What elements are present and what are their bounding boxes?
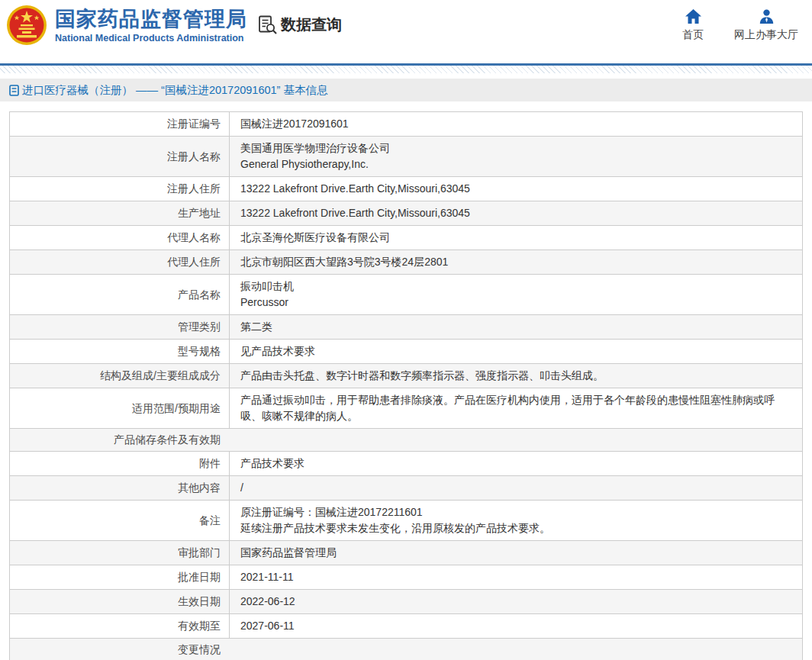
site-header: 国家药品监督管理局 National Medical Products Admi… bbox=[0, 0, 812, 63]
row-label: 变更情况 bbox=[10, 639, 230, 660]
row-label: 有效期至 bbox=[10, 614, 230, 638]
row-label: 适用范围/预期用途 bbox=[10, 388, 230, 428]
row-value-line: / bbox=[240, 480, 790, 496]
table-row: 有效期至2027-06-11 bbox=[10, 614, 802, 639]
nav-service-hall[interactable]: 网上办事大厅 bbox=[734, 9, 798, 42]
row-value: 2027-06-11 bbox=[230, 614, 802, 638]
row-label: 生产地址 bbox=[10, 201, 230, 225]
row-label: 代理人名称 bbox=[10, 226, 230, 250]
row-label-text: 注册人住所 bbox=[167, 181, 221, 197]
row-label-text: 生效日期 bbox=[178, 594, 221, 610]
registration-table: 注册证编号国械注进20172091601注册人名称美国通用医学物理治疗设备公司G… bbox=[9, 111, 803, 660]
row-value-line: 延续注册产品技术要求未发生变化，沿用原核发的产品技术要求。 bbox=[240, 520, 790, 536]
row-label: 审批部门 bbox=[10, 541, 230, 565]
row-label-text: 其他内容 bbox=[178, 480, 221, 496]
row-value: 2021-11-11 bbox=[230, 565, 802, 589]
row-value bbox=[230, 639, 802, 660]
nav-home-label: 首页 bbox=[682, 28, 704, 42]
row-label: 注册证编号 bbox=[10, 112, 230, 136]
row-label: 注册人住所 bbox=[10, 177, 230, 201]
row-label-text: 备注 bbox=[199, 513, 221, 529]
breadcrumb-text: 进口医疗器械（注册） —— “国械注进20172091601” 基本信息 bbox=[22, 83, 327, 98]
row-value-line: 13222 Lakefront Drive.Earth City,Missour… bbox=[240, 181, 790, 197]
table-row: 适用范围/预期用途产品通过振动叩击，用于帮助患者排除痰液。产品在医疗机构内使用，… bbox=[10, 388, 802, 429]
row-value: 见产品技术要求 bbox=[230, 340, 802, 363]
row-value-line: 振动叩击机 bbox=[240, 278, 790, 295]
table-row: 产品储存条件及有效期 bbox=[10, 429, 802, 452]
home-icon bbox=[685, 9, 701, 24]
row-label-text: 注册证编号 bbox=[167, 116, 221, 132]
row-label: 其他内容 bbox=[10, 476, 230, 500]
data-query-section[interactable]: 数据查询 bbox=[257, 14, 342, 35]
brand-logo-link[interactable]: 国家药品监督管理局 National Medical Products Admi… bbox=[6, 5, 247, 46]
header-divider-stripe bbox=[0, 63, 812, 73]
site-subtitle: National Medical Products Administration bbox=[55, 33, 247, 43]
row-value: 产品技术要求 bbox=[230, 452, 802, 475]
row-value: 振动叩击机Percussor bbox=[230, 275, 802, 314]
table-row: 变更情况 bbox=[10, 639, 802, 660]
row-label-text: 变更情况 bbox=[178, 642, 221, 658]
row-value-line: 北京市朝阳区西大望路3号院3号楼24层2801 bbox=[240, 254, 790, 270]
document-search-icon bbox=[257, 14, 278, 35]
row-value-line: 2022-06-12 bbox=[240, 594, 790, 610]
row-label: 生效日期 bbox=[10, 590, 230, 613]
data-query-label: 数据查询 bbox=[281, 14, 342, 35]
person-icon bbox=[759, 9, 774, 24]
row-value: 国家药品监督管理局 bbox=[230, 541, 802, 565]
table-row: 注册人名称美国通用医学物理治疗设备公司General Physiotherapy… bbox=[10, 137, 802, 177]
row-label-text: 生产地址 bbox=[178, 205, 221, 221]
row-label-text: 型号规格 bbox=[178, 343, 221, 359]
breadcrumb[interactable]: 进口医疗器械（注册） —— “国械注进20172091601” 基本信息 bbox=[0, 79, 812, 101]
row-value-line: General Physiotherapy,Inc. bbox=[240, 156, 790, 172]
row-label: 注册人名称 bbox=[10, 137, 230, 176]
row-label: 产品名称 bbox=[10, 275, 230, 314]
table-row: 管理类别第二类 bbox=[10, 315, 802, 340]
table-row: 产品名称振动叩击机Percussor bbox=[10, 275, 802, 315]
row-value: 产品通过振动叩击，用于帮助患者排除痰液。产品在医疗机构内使用，适用于各个年龄段的… bbox=[230, 388, 802, 428]
row-label-text: 产品名称 bbox=[178, 287, 221, 303]
row-label-text: 代理人名称 bbox=[167, 230, 221, 246]
row-label: 结构及组成/主要组成成分 bbox=[10, 364, 230, 388]
row-value-line: 2027-06-11 bbox=[240, 618, 790, 634]
document-icon bbox=[9, 85, 19, 96]
row-value: 北京圣海伦斯医疗设备有限公司 bbox=[230, 226, 802, 250]
row-label: 备注 bbox=[10, 501, 230, 540]
row-value-line: 2021-11-11 bbox=[240, 569, 790, 585]
row-value-line: 产品通过振动叩击，用于帮助患者排除痰液。产品在医疗机构内使用，适用于各个年龄段的… bbox=[240, 392, 790, 424]
brand-text: 国家药品监督管理局 National Medical Products Admi… bbox=[55, 7, 247, 43]
header-nav: 首页 网上办事大厅 bbox=[678, 9, 798, 42]
row-value: 原注册证编号：国械注进20172211601延续注册产品技术要求未发生变化，沿用… bbox=[230, 501, 802, 540]
table-row: 审批部门国家药品监督管理局 bbox=[10, 541, 802, 565]
table-row: 代理人名称北京圣海伦斯医疗设备有限公司 bbox=[10, 226, 802, 250]
table-row: 其他内容/ bbox=[10, 476, 802, 501]
row-value-line: 美国通用医学物理治疗设备公司 bbox=[240, 140, 790, 156]
row-value: 北京市朝阳区西大望路3号院3号楼24层2801 bbox=[230, 250, 802, 274]
row-value-line: 产品由击头托盘、数字计时器和数字频率指示器、强度指示器、叩击头组成。 bbox=[240, 368, 790, 384]
row-value-line: 北京圣海伦斯医疗设备有限公司 bbox=[240, 230, 790, 246]
row-label-text: 有效期至 bbox=[178, 618, 221, 634]
row-label-text: 结构及组成/主要组成成分 bbox=[100, 368, 221, 384]
row-value-line: 13222 Lakefront Drive.Earth City,Missour… bbox=[240, 205, 790, 221]
row-label: 产品储存条件及有效期 bbox=[10, 429, 230, 451]
row-value: 13222 Lakefront Drive.Earth City,Missour… bbox=[230, 177, 802, 201]
row-label-text: 产品储存条件及有效期 bbox=[114, 432, 221, 448]
row-label-text: 代理人住所 bbox=[167, 254, 221, 270]
row-label: 附件 bbox=[10, 452, 230, 475]
row-label-text: 批准日期 bbox=[178, 569, 221, 585]
table-row: 注册人住所13222 Lakefront Drive.Earth City,Mi… bbox=[10, 177, 802, 201]
row-label: 批准日期 bbox=[10, 565, 230, 589]
row-value-line: 产品技术要求 bbox=[240, 456, 790, 472]
row-value-line: 原注册证编号：国械注进20172211601 bbox=[240, 504, 790, 520]
table-row: 注册证编号国械注进20172091601 bbox=[10, 112, 802, 137]
row-value bbox=[230, 429, 802, 451]
row-value: 第二类 bbox=[230, 315, 802, 339]
row-value-line: 第二类 bbox=[240, 319, 790, 335]
row-label-text: 注册人名称 bbox=[167, 149, 221, 165]
row-label-text: 管理类别 bbox=[178, 319, 221, 335]
table-row: 代理人住所北京市朝阳区西大望路3号院3号楼24层2801 bbox=[10, 250, 802, 275]
row-value-line: 见产品技术要求 bbox=[240, 343, 790, 359]
nav-home[interactable]: 首页 bbox=[678, 9, 708, 42]
row-value-line: 国家药品监督管理局 bbox=[240, 545, 790, 561]
site-title: 国家药品监督管理局 bbox=[55, 7, 247, 31]
table-row: 型号规格见产品技术要求 bbox=[10, 340, 802, 364]
